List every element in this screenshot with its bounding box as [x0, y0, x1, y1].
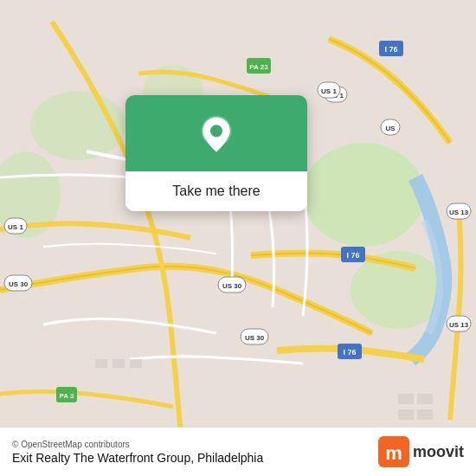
svg-text:PA 3: PA 3	[60, 392, 74, 400]
svg-text:I 76: I 76	[384, 45, 397, 54]
bottom-bar: © OpenStreetMap contributors Exit Realty…	[0, 427, 476, 476]
location-pin-icon	[196, 114, 237, 156]
popup-card: Take me there	[125, 95, 307, 211]
svg-text:US 30: US 30	[222, 282, 242, 290]
svg-text:US 30: US 30	[9, 280, 29, 288]
svg-text:US 13: US 13	[449, 321, 469, 329]
svg-text:PA 23: PA 23	[249, 63, 268, 71]
bottom-bar-info: © OpenStreetMap contributors Exit Realty…	[12, 440, 263, 465]
moovit-icon: m	[378, 436, 409, 467]
svg-rect-38	[417, 394, 433, 404]
svg-rect-39	[398, 409, 414, 420]
moovit-text: moovit	[413, 443, 464, 461]
svg-text:US 1: US 1	[321, 87, 337, 95]
moovit-logo: m moovit	[378, 436, 464, 467]
svg-text:m: m	[385, 442, 402, 464]
map-container: I 76 US 1 I 76 I 76 US 30 US 30 US 30 PA…	[0, 0, 476, 476]
svg-point-42	[210, 125, 222, 137]
svg-text:US 1: US 1	[8, 223, 23, 231]
svg-rect-37	[398, 394, 414, 404]
svg-text:I 76: I 76	[343, 348, 356, 357]
svg-text:US 30: US 30	[245, 334, 265, 342]
svg-rect-36	[130, 359, 142, 368]
svg-text:I 76: I 76	[346, 251, 359, 260]
svg-text:US 13: US 13	[449, 209, 469, 216]
popup-green-area	[125, 95, 307, 171]
svg-rect-34	[95, 359, 107, 368]
svg-rect-40	[417, 409, 433, 420]
svg-text:US: US	[385, 125, 396, 132]
svg-point-1	[303, 143, 424, 247]
take-me-there-button[interactable]: Take me there	[125, 171, 307, 211]
copyright-text: © OpenStreetMap contributors	[12, 440, 263, 449]
map-background: I 76 US 1 I 76 I 76 US 30 US 30 US 30 PA…	[0, 0, 476, 476]
svg-rect-35	[113, 359, 125, 368]
location-name: Exit Realty The Waterfront Group, Philad…	[12, 451, 263, 465]
